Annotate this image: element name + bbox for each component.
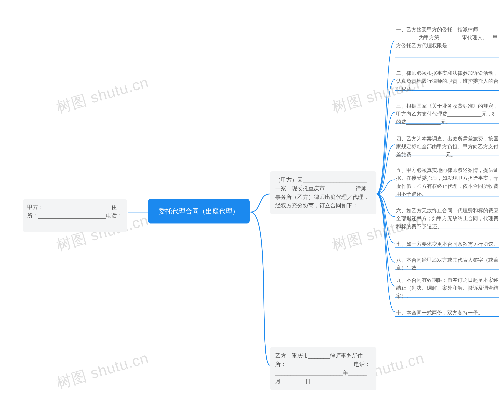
clause-8-text: 八、本合同经甲乙双方或其代表人签字（或盖章）生效。 [396, 257, 498, 271]
clause-4[interactable]: 四、乙方为本案调查、出庭所需差旅费，按国家规定标准全部由甲方负担。甲方向乙方支付… [395, 133, 500, 161]
clause-1-text: 一、乙方接受甲方的委托，指派律师________为甲方第________审代理人… [396, 27, 498, 56]
clause-7-text: 七、如一方要求变更本合同条款需另行协议。 [396, 241, 498, 247]
party-a-node[interactable]: 甲方：______________________住所：____________… [23, 199, 127, 232]
clause-2[interactable]: 二、律师必须根据事实和法律参加诉讼活动，认真负责地履行律师的职责，维护委托人的合… [395, 68, 500, 95]
clause-2-text: 二、律师必须根据事实和法律参加诉讼活动，认真负责地履行律师的职责，维护委托人的合… [396, 70, 498, 92]
party-a-text: 甲方：______________________住所：____________… [27, 204, 122, 227]
branch-case-intro[interactable]: （甲方）因_____________________一案，现委托重庆市_____… [270, 171, 376, 214]
clause-1[interactable]: 一、乙方接受甲方的委托，指派律师________为甲方第________审代理人… [395, 24, 500, 59]
watermark: 树图 shutu.cn [54, 348, 151, 394]
clause-10[interactable]: 十、本合同一式两份，双方各持一份。 [395, 308, 500, 318]
mindmap-canvas: 树图 shutu.cn 树图 shutu.cn 树图 shutu.cn 树图 s… [0, 0, 504, 420]
clause-5-text: 五、甲方必须真实地向律师叙述案情，提供证据。在接受委托后，如发现甲方担造事实，弄… [396, 167, 498, 197]
clause-7[interactable]: 七、如一方要求变更本合同条款需另行协议。 [395, 239, 500, 250]
clause-10-text: 十、本合同一式两份，双方各持一份。 [396, 310, 483, 316]
root-label: 委托代理合同（出庭代理） [159, 207, 239, 215]
watermark: 树图 shutu.cn [54, 72, 151, 118]
clause-3[interactable]: 三、根据国家《关于业务收费标准》的规定，甲方向乙方支付代理费__________… [395, 101, 500, 128]
clause-9[interactable]: 九、本合同有效期限：自签订之日起至本案终结止（判决、调解、案外和解、撤诉及调查结… [395, 275, 500, 302]
clause-4-text: 四、乙方为本案调查、出庭所需差旅费，按国家规定标准全部由甲方负担。甲方向乙方支付… [396, 136, 498, 157]
branch-party-b[interactable]: 乙方：重庆市_______律师事务所住所：___________________… [270, 347, 376, 390]
clause-8[interactable]: 八、本合同经甲乙双方或其代表人签字（或盖章）生效。 [395, 255, 500, 274]
clause-5[interactable]: 五、甲方必须真实地向律师叙述案情，提供证据。在接受委托后，如发现甲方担造事实，弄… [395, 165, 500, 200]
clause-6[interactable]: 六、如乙方无故终止合同，代理费和标的费应全部退还甲方；如甲方无故终止合同，代理费… [395, 205, 500, 232]
root-node[interactable]: 委托代理合同（出庭代理） [148, 199, 250, 223]
clause-6-text: 六、如乙方无故终止合同，代理费和标的费应全部退还甲方；如甲方无故终止合同，代理费… [396, 208, 498, 229]
clause-3-text: 三、根据国家《关于业务收费标准》的规定，甲方向乙方支付代理费__________… [396, 103, 498, 125]
branch-party-b-text: 乙方：重庆市_______律师事务所住所：___________________… [275, 353, 370, 384]
clause-9-text: 九、本合同有效期限：自签订之日起至本案终结止（判决、调解、案外和解、撤诉及调查结… [396, 277, 498, 299]
branch-case-intro-text: （甲方）因_____________________一案，现委托重庆市_____… [275, 177, 369, 209]
